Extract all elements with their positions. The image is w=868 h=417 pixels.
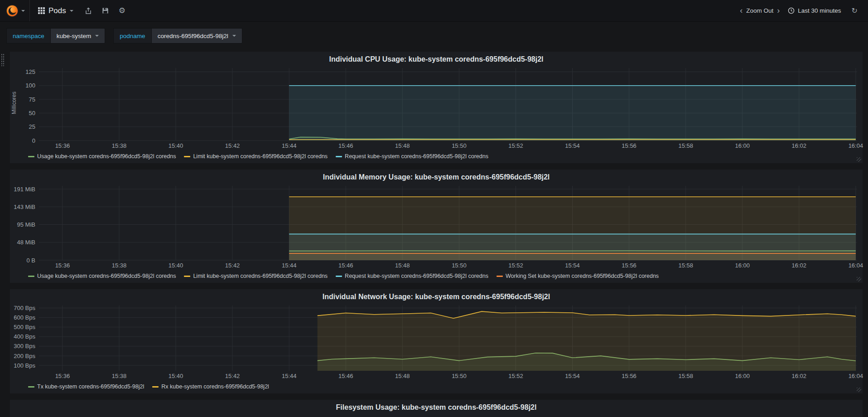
legend-swatch	[336, 276, 342, 277]
svg-text:15:44: 15:44	[282, 142, 297, 149]
zoom-out-button[interactable]: Zoom Out	[745, 0, 774, 21]
y-axis-label: Millicores	[11, 92, 17, 114]
svg-text:16:04: 16:04	[849, 262, 863, 269]
svg-text:15:46: 15:46	[338, 142, 353, 149]
svg-text:15:38: 15:38	[112, 262, 127, 269]
panel-title[interactable]: Individual CPU Usage: kube-system coredn…	[10, 53, 863, 65]
svg-text:15:36: 15:36	[55, 373, 70, 379]
panel-resize-handle[interactable]	[857, 157, 861, 162]
panel-resize-handle[interactable]	[857, 388, 861, 392]
svg-text:15:48: 15:48	[395, 142, 410, 149]
legend-item-tx[interactable]: Tx kube-system coredns-695f96dcd5-98j2l	[28, 383, 144, 390]
settings-button[interactable]: ⚙	[114, 0, 130, 21]
svg-text:500 Bps: 500 Bps	[14, 324, 35, 330]
svg-text:16:00: 16:00	[735, 262, 750, 269]
grafana-logo-icon	[5, 4, 19, 18]
share-button[interactable]	[80, 0, 97, 21]
svg-text:700 Bps: 700 Bps	[14, 305, 35, 311]
svg-text:100 Bps: 100 Bps	[14, 362, 35, 369]
template-variables-row: namespace kube-system podname coredns-69…	[6, 28, 868, 44]
legend-item-usage[interactable]: Usage kube-system coredns-695f96dcd5-98j…	[28, 153, 176, 160]
chevron-right-icon: ›	[774, 6, 782, 15]
svg-text:15:36: 15:36	[55, 142, 70, 149]
time-shift-back-button[interactable]: ‹	[737, 0, 745, 21]
network-legend: Tx kube-system coredns-695f96dcd5-98j2lR…	[10, 381, 863, 393]
legend-label: Request kube-system coredns-695f96dcd5-9…	[345, 153, 488, 160]
chevron-down-icon	[95, 35, 99, 37]
panel-title[interactable]: Filesystem Usage: kube-system coredns-69…	[10, 402, 863, 413]
svg-text:50: 50	[29, 110, 35, 116]
dashboards-grid-icon	[38, 7, 45, 14]
svg-text:0 B: 0 B	[26, 257, 35, 264]
share-icon	[85, 7, 92, 15]
network-usage-chart[interactable]: 15:3615:3815:4015:4215:4415:4615:4815:50…	[10, 303, 863, 381]
podname-dropdown[interactable]: coredns-695f96dcd5-98j2l	[151, 28, 242, 44]
legend-item-working-set[interactable]: Working Set kube-system coredns-695f96dc…	[497, 273, 659, 279]
svg-text:15:58: 15:58	[678, 142, 693, 149]
legend-label: Request kube-system coredns-695f96dcd5-9…	[345, 273, 488, 279]
svg-text:16:02: 16:02	[792, 142, 807, 149]
filesystem-usage-chart[interactable]	[10, 413, 863, 417]
panel-title[interactable]: Individual Memory Usage: kube-system cor…	[10, 171, 863, 183]
svg-text:15:52: 15:52	[508, 373, 523, 379]
panel-title[interactable]: Individual Network Usage: kube-system co…	[10, 291, 863, 303]
svg-text:191 MiB: 191 MiB	[14, 186, 35, 193]
chevron-down-icon	[70, 10, 73, 12]
time-shift-forward-button[interactable]: ›	[774, 0, 782, 21]
namespace-variable-label: namespace	[6, 28, 50, 44]
variable-podname: podname coredns-695f96dcd5-98j2l	[113, 28, 242, 44]
variable-namespace: namespace kube-system	[6, 28, 105, 44]
svg-text:15:46: 15:46	[338, 373, 353, 379]
grafana-dashboard: Pods ⚙	[0, 0, 868, 417]
svg-text:15:52: 15:52	[508, 142, 523, 149]
time-range-picker-button[interactable]: Last 30 minutes	[782, 0, 846, 21]
svg-text:25: 25	[29, 123, 35, 130]
dashboard-picker-button[interactable]: Pods	[32, 0, 80, 21]
legend-swatch	[28, 156, 34, 157]
legend-item-usage[interactable]: Usage kube-system coredns-695f96dcd5-98j…	[28, 273, 176, 279]
dashboard-rows: Individual CPU Usage: kube-system coredn…	[0, 46, 868, 417]
svg-text:15:54: 15:54	[565, 373, 580, 379]
svg-text:15:56: 15:56	[622, 373, 637, 379]
legend-label: Working Set kube-system coredns-695f96dc…	[506, 273, 659, 279]
legend-label: Usage kube-system coredns-695f96dcd5-98j…	[37, 153, 176, 160]
save-icon	[102, 7, 109, 14]
refresh-button[interactable]: ↻	[847, 0, 863, 21]
svg-text:15:52: 15:52	[508, 262, 523, 269]
memory-usage-chart[interactable]: 15:3615:3815:4015:4215:4415:4615:4815:50…	[10, 183, 863, 270]
svg-text:95 MiB: 95 MiB	[17, 221, 35, 228]
svg-text:15:50: 15:50	[452, 262, 467, 269]
save-button[interactable]	[97, 0, 114, 21]
row-drag-handle[interactable]	[1, 53, 4, 66]
legend-item-rx[interactable]: Rx kube-system coredns-695f96dcd5-98j2l	[152, 383, 269, 390]
svg-text:15:36: 15:36	[55, 262, 70, 269]
legend-label: Limit kube-system coredns-695f96dcd5-98j…	[193, 153, 328, 160]
svg-text:16:04: 16:04	[849, 142, 863, 149]
chevron-down-icon	[232, 35, 236, 37]
refresh-icon: ↻	[852, 6, 858, 15]
svg-text:16:00: 16:00	[735, 142, 750, 149]
namespace-dropdown[interactable]: kube-system	[50, 28, 106, 44]
grafana-logo-button[interactable]	[0, 0, 29, 21]
legend-item-request[interactable]: Request kube-system coredns-695f96dcd5-9…	[336, 273, 488, 279]
podname-variable-label: podname	[113, 28, 151, 44]
svg-text:15:42: 15:42	[225, 262, 240, 269]
legend-item-request[interactable]: Request kube-system coredns-695f96dcd5-9…	[336, 153, 488, 160]
svg-text:15:56: 15:56	[622, 262, 637, 269]
svg-text:15:50: 15:50	[452, 373, 467, 379]
svg-text:16:02: 16:02	[792, 262, 807, 269]
svg-text:0: 0	[32, 137, 35, 144]
clock-icon	[788, 7, 795, 14]
svg-text:16:00: 16:00	[735, 373, 750, 379]
svg-text:143 MiB: 143 MiB	[14, 204, 35, 210]
panel-memory-usage: Individual Memory Usage: kube-system cor…	[10, 170, 863, 283]
svg-text:15:56: 15:56	[622, 142, 637, 149]
legend-item-limit[interactable]: Limit kube-system coredns-695f96dcd5-98j…	[184, 153, 328, 160]
svg-text:15:54: 15:54	[565, 262, 580, 269]
legend-item-limit[interactable]: Limit kube-system coredns-695f96dcd5-98j…	[184, 273, 328, 279]
time-range-label: Last 30 minutes	[798, 7, 841, 14]
svg-text:200 Bps: 200 Bps	[14, 353, 35, 359]
panel-resize-handle[interactable]	[857, 277, 861, 281]
cpu-usage-chart[interactable]: 15:3615:3815:4015:4215:4415:4615:4815:50…	[10, 65, 863, 150]
nav-divider	[29, 0, 30, 21]
